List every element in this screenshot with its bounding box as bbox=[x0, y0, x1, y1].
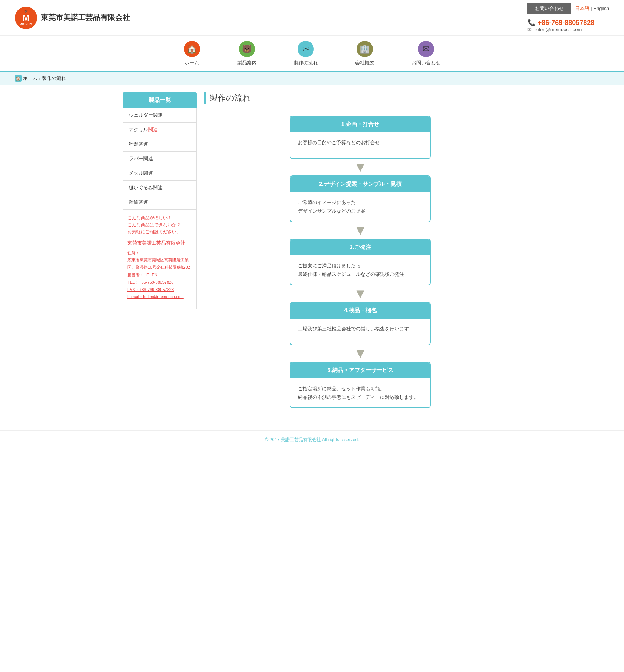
sidebar-menu: ウェルダー関連 アクリル関連 雛製関連 ラバー関連 メタル関連 縫いぐるみ関連 … bbox=[123, 108, 197, 210]
step-1: 1.企画・打合せ お客様の目的やご予算などのお打合せ bbox=[290, 116, 431, 159]
step-2-body: ご希望のイメージにあったデザインサンプルなどのご提案 bbox=[290, 192, 430, 222]
step-4-header: 4.検品・梱包 bbox=[290, 303, 430, 319]
breadcrumb-sep: › bbox=[39, 76, 40, 81]
sidebar-info: 住所： 広東省東莞市莞城区南英隆浸工業区、隆浸路10号金仁科技園8棟202 担当… bbox=[127, 249, 192, 301]
products-icon: 🐻 bbox=[239, 41, 255, 57]
email-icon: ✉ bbox=[527, 27, 532, 32]
sidebar-promo-text: こんな商品がほしい！ こんな商品はできないか？ お気軽にご相談ください。 bbox=[127, 214, 192, 236]
about-icon: 🏢 bbox=[357, 41, 373, 57]
nav-contact[interactable]: ✉ お問い合わせ bbox=[393, 36, 459, 71]
breadcrumb-home-icon: 🏠 bbox=[15, 75, 22, 82]
footer-text: © 2017 美諾工芸品有限会社 All rights reserved. bbox=[265, 437, 359, 442]
step-5-body: ご指定場所に納品、セット作業も可能。納品後の不測の事態にもスピーディーに対応致し… bbox=[290, 378, 430, 408]
sidebar-item-misc[interactable]: 雑貨関連 bbox=[123, 195, 196, 210]
nav-about[interactable]: 🏢 会社概要 bbox=[337, 36, 393, 71]
phone-icon: 📞 bbox=[527, 19, 536, 27]
step-5: 5.納品・アフターサービス ご指定場所に納品、セット作業も可能。納品後の不測の事… bbox=[290, 362, 431, 408]
sidebar: 製品一覧 ウェルダー関連 アクリル関連 雛製関連 ラバー関連 メタル関連 縫いぐ… bbox=[123, 92, 197, 408]
step-4: 4.検品・梱包 工場及び第三社検品会社での厳しい検査を行います bbox=[290, 302, 431, 345]
step-5-header: 5.納品・アフターサービス bbox=[290, 362, 430, 378]
footer-link[interactable]: 美諾工芸品有限会社 bbox=[281, 437, 321, 442]
content-area: 製作の流れ 1.企画・打合せ お客様の目的やご予算などのお打合せ ▼ 2.デザイ… bbox=[204, 92, 501, 408]
logo-icon: 🦅 M MEINUO bbox=[15, 7, 37, 29]
sidebar-company-info: 東莞市美諾工芸品有限会社 住所： 広東省東莞市莞城区南英隆浸工業区、隆浸路10号… bbox=[127, 236, 192, 305]
breadcrumb: 🏠 ホーム › 製作の流れ bbox=[0, 72, 624, 85]
company-name: 東莞市美諾工芸品有限会社 bbox=[41, 13, 130, 23]
nav-products[interactable]: 🐻 製品案内 bbox=[219, 36, 275, 71]
lang-en[interactable]: English bbox=[593, 6, 609, 11]
step-4-body: 工場及び第三社検品会社での厳しい検査を行います bbox=[290, 319, 430, 345]
contact-icon: ✉ bbox=[418, 41, 434, 57]
step-3-body: ご提案にご満足頂けましたら最終仕様・納品スケジュールなどの確認後ご発注 bbox=[290, 255, 430, 285]
arrow-3: ▼ bbox=[354, 287, 367, 300]
nav-contact-label: お問い合わせ bbox=[412, 59, 441, 66]
page-title-accent bbox=[204, 92, 206, 104]
logo-area: 🦅 M MEINUO 東莞市美諾工芸品有限会社 bbox=[15, 7, 130, 29]
nav-home[interactable]: 🏠 ホーム bbox=[165, 36, 219, 71]
footer: © 2017 美諾工芸品有限会社 All rights reserved. bbox=[0, 430, 624, 449]
breadcrumb-home[interactable]: ホーム bbox=[23, 75, 38, 82]
step-1-header: 1.企画・打合せ bbox=[290, 116, 430, 132]
lang-switcher: 日本語 | English bbox=[575, 5, 609, 12]
email-line: ✉ helen@meinuocn.com bbox=[527, 27, 609, 32]
process-icon: ✂ bbox=[298, 41, 314, 57]
nav-process[interactable]: ✂ 製作の流れ bbox=[275, 36, 337, 71]
steps-container: 1.企画・打合せ お客様の目的やご予算などのお打合せ ▼ 2.デザイン提案・サン… bbox=[204, 116, 501, 408]
sidebar-item-acrylic[interactable]: アクリル関連 bbox=[123, 123, 196, 137]
arrow-4: ▼ bbox=[354, 347, 367, 360]
nav-home-label: ホーム bbox=[185, 59, 199, 66]
sidebar-promo: こんな商品がほしい！ こんな商品はできないか？ お気軽にご相談ください。 東莞市… bbox=[123, 210, 197, 309]
email-address: helen@meinuocn.com bbox=[534, 27, 582, 32]
step-1-body: お客様の目的やご予算などのお打合せ bbox=[290, 132, 430, 158]
arrow-2: ▼ bbox=[354, 224, 367, 237]
header: 🦅 M MEINUO 東莞市美諾工芸品有限会社 お問い合わせ 日本語 | Eng… bbox=[0, 0, 624, 36]
sidebar-item-welder[interactable]: ウェルダー関連 bbox=[123, 108, 196, 123]
main-nav: 🏠 ホーム 🐻 製品案内 ✂ 製作の流れ 🏢 会社概要 ✉ お問い合わせ bbox=[0, 36, 624, 72]
phone-line: 📞 +86-769-88057828 bbox=[527, 19, 609, 27]
phone-number: +86-769-88057828 bbox=[538, 19, 595, 27]
home-icon: 🏠 bbox=[184, 41, 200, 57]
nav-process-label: 製作の流れ bbox=[294, 59, 318, 66]
step-3-header: 3.ご発注 bbox=[290, 239, 430, 255]
sidebar-item-stuffed[interactable]: 縫いぐるみ関連 bbox=[123, 181, 196, 195]
arrow-1: ▼ bbox=[354, 161, 367, 174]
nav-about-label: 会社概要 bbox=[355, 59, 374, 66]
sidebar-item-rubber[interactable]: ラバー関連 bbox=[123, 152, 196, 166]
page-title: 製作の流れ bbox=[209, 93, 251, 104]
nav-products-label: 製品案内 bbox=[237, 59, 257, 66]
page-title-bar: 製作の流れ bbox=[204, 92, 501, 108]
step-3: 3.ご発注 ご提案にご満足頂けましたら最終仕様・納品スケジュールなどの確認後ご発… bbox=[290, 239, 431, 285]
main-content: 製品一覧 ウェルダー関連 アクリル関連 雛製関連 ラバー関連 メタル関連 縫いぐ… bbox=[108, 85, 516, 416]
step-2: 2.デザイン提案・サンプル・見積 ご希望のイメージにあったデザインサンプルなどの… bbox=[290, 175, 431, 222]
breadcrumb-current: 製作の流れ bbox=[42, 75, 66, 82]
lang-ja[interactable]: 日本語 bbox=[575, 6, 589, 11]
nav-inner: 🏠 ホーム 🐻 製品案内 ✂ 製作の流れ 🏢 会社概要 ✉ お問い合わせ bbox=[0, 36, 624, 71]
sidebar-title: 製品一覧 bbox=[123, 92, 197, 108]
header-right: お問い合わせ 日本語 | English 📞 +86-769-88057828 … bbox=[527, 3, 609, 32]
sidebar-item-engraving[interactable]: 雛製関連 bbox=[123, 137, 196, 152]
step-2-header: 2.デザイン提案・サンプル・見積 bbox=[290, 176, 430, 192]
contact-button[interactable]: お問い合わせ bbox=[527, 3, 571, 14]
sidebar-item-metal[interactable]: メタル関連 bbox=[123, 166, 196, 181]
lang-sep: | bbox=[591, 6, 592, 11]
sidebar-company-name: 東莞市美諾工芸品有限会社 bbox=[127, 240, 192, 246]
